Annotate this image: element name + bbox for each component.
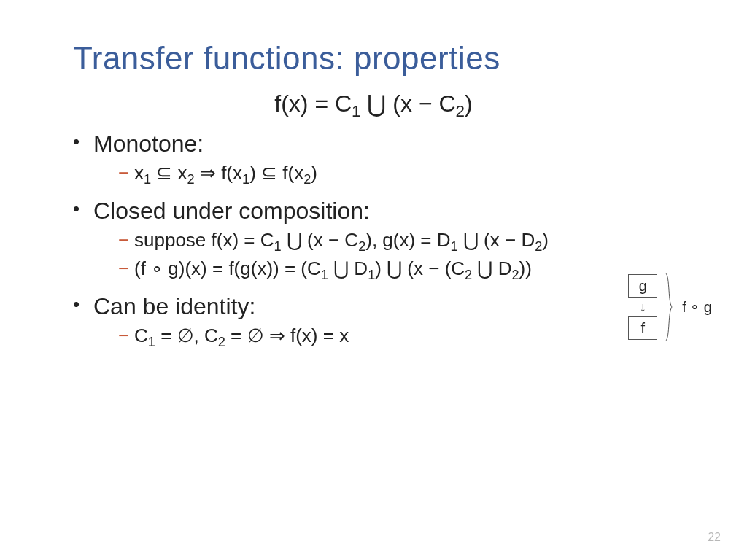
bullet-item: Closed under composition: suppose f(x) =…	[73, 198, 696, 280]
arrow-down-icon: ↓	[640, 300, 646, 314]
bullet-label: Can be identity:	[93, 293, 255, 319]
bullet-label: Monotone:	[93, 131, 204, 157]
bullet-item: Can be identity: C1 = ∅, C2 = ∅ ⇒ f(x) =…	[73, 293, 696, 347]
slide: Transfer functions: properties f(x) = C1…	[0, 0, 747, 560]
sub-item: C1 = ∅, C2 = ∅ ⇒ f(x) = x	[118, 324, 696, 347]
page-number: 22	[708, 531, 721, 544]
composition-diagram: g ↓ f f ∘ g	[628, 271, 712, 343]
diagram-column: g ↓ f	[628, 274, 657, 340]
sub-list: C1 = ∅, C2 = ∅ ⇒ f(x) = x	[118, 324, 696, 347]
sub-item: x1 ⊆ x2 ⇒ f(x1) ⊆ f(x2)	[118, 162, 696, 184]
diagram-box-g: g	[628, 274, 657, 298]
brace-icon	[663, 271, 673, 343]
sub-item: (f ∘ g)(x) = f(g(x)) = (C1 ⋃ D1) ⋃ (x − …	[118, 257, 696, 280]
sub-list: suppose f(x) = C1 ⋃ (x − C2), g(x) = D1 …	[118, 229, 696, 280]
bullet-list: Monotone: x1 ⊆ x2 ⇒ f(x1) ⊆ f(x2) Closed…	[73, 131, 696, 347]
formula: f(x) = C1 ⋃ (x − C2)	[51, 90, 696, 117]
diagram-box-f: f	[628, 316, 657, 340]
sub-list: x1 ⊆ x2 ⇒ f(x1) ⊆ f(x2)	[118, 162, 696, 184]
brace-label: f ∘ g	[682, 298, 712, 316]
slide-title: Transfer functions: properties	[73, 40, 696, 77]
bullet-label: Closed under composition:	[93, 198, 370, 224]
sub-item: suppose f(x) = C1 ⋃ (x − C2), g(x) = D1 …	[118, 229, 696, 252]
bullet-item: Monotone: x1 ⊆ x2 ⇒ f(x1) ⊆ f(x2)	[73, 131, 696, 184]
